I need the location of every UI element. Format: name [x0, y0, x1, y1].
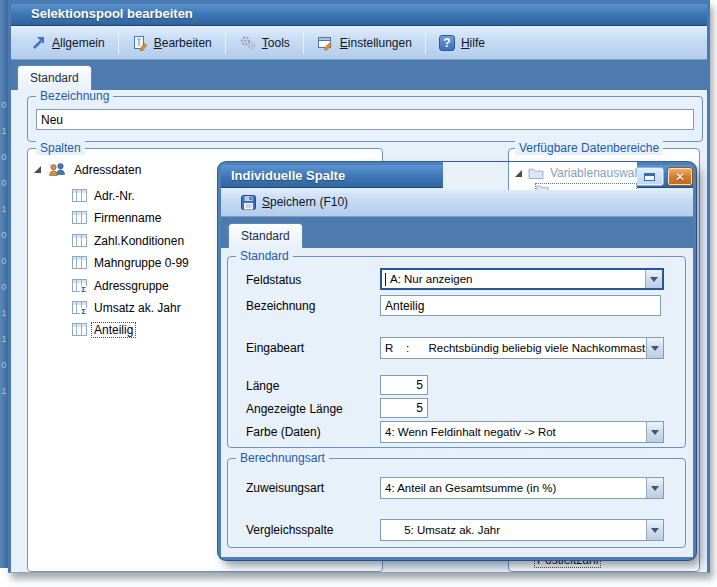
folder-icon: [536, 184, 549, 190]
column-icon: [72, 256, 87, 269]
bezeichnung-field-label: Bezeichnung: [246, 299, 315, 313]
tree-label: Variablenauswahl: [548, 166, 637, 180]
tree-item-partial-stale: [535, 183, 637, 190]
standard-fieldset-label: Standard: [236, 249, 293, 263]
help-icon: ?: [439, 35, 455, 51]
angezeigte-laenge-input[interactable]: [380, 398, 428, 418]
tools-button[interactable]: Tools: [229, 31, 300, 54]
zuweisungsart-value: 4: Anteil an Gesamtsumme (in %): [381, 482, 646, 494]
hilfe-button[interactable]: ? Hilfe: [429, 31, 495, 55]
bezeichnung-field-input[interactable]: [380, 295, 661, 316]
dialog-tab-strip: Standard: [221, 217, 693, 248]
toolbar-separator: [303, 32, 304, 54]
angezeigte-laenge-label: Angezeigte Länge: [246, 402, 343, 416]
eingabeart-value: R : Rechtsbündig beliebig viele Nachkomm…: [381, 342, 646, 354]
close-button[interactable]: ✕: [667, 167, 693, 186]
settings-page-icon: [317, 35, 334, 51]
hilfe-label: Hilfe: [461, 36, 485, 50]
tree-label: Zahl.Konditionen: [92, 234, 186, 248]
standard-fieldset: Standard Feldstatus A: Nur anzeigen Beze…: [227, 256, 686, 448]
feldstatus-value: A: Nur anzeigen: [386, 273, 645, 285]
dropdown-arrow-icon[interactable]: [646, 520, 663, 540]
farbe-daten-label: Farbe (Daten): [246, 425, 321, 439]
dropdown-arrow-icon[interactable]: [646, 478, 663, 498]
main-toolbar: Allgemein Bearbeiten Tools: [11, 26, 707, 60]
floppy-disk-icon: [241, 195, 256, 210]
main-window-title: Selektionspool bearbeiten: [31, 6, 193, 21]
toolbar-separator: [118, 32, 119, 54]
einstellungen-button[interactable]: Einstellungen: [307, 31, 422, 55]
column-icon: [72, 189, 87, 202]
spalten-group-label: Spalten: [36, 141, 85, 155]
stale-tree-repaint: Variablenauswahl: [443, 162, 637, 190]
berechnungsart-fieldset: Berechnungsart Zuweisungsart 4: Anteil a…: [227, 458, 686, 548]
farbe-daten-select[interactable]: 4: Wenn Feldinhalt negativ -> Rot: [380, 421, 664, 443]
eingabeart-select[interactable]: R : Rechtsbündig beliebig viele Nachkomm…: [380, 337, 664, 359]
restore-window-icon: [644, 173, 655, 181]
tab-standard-dialog[interactable]: Standard: [228, 223, 303, 248]
vergleichsspalte-select[interactable]: 5: Umsatz ak. Jahr: [380, 519, 664, 541]
tree-label: Firmenname: [92, 211, 163, 225]
tree-item-variablenauswahl-stale: Variablenauswahl: [515, 164, 637, 182]
speichern-button[interactable]: Speichern (F10): [231, 191, 358, 214]
farbe-daten-value: 4: Wenn Feldinhalt negativ -> Rot: [381, 426, 646, 438]
tools-label: Tools: [262, 36, 290, 50]
individuelle-spalte-dialog: Individuelle Spalte ✕ Speichern (F10) St…: [218, 162, 696, 560]
dropdown-arrow-icon[interactable]: [646, 422, 663, 442]
close-icon: ✕: [675, 171, 685, 183]
expander-icon[interactable]: [34, 166, 41, 173]
column-icon: [72, 234, 87, 247]
folder-icon: [528, 167, 544, 179]
tree-label: Adr.-Nr.: [92, 189, 137, 203]
arrow-up-right-icon: [31, 35, 46, 50]
background-window-edge: 010010001101: [0, 0, 8, 568]
dialog-content: Standard Feldstatus A: Nur anzeigen Beze…: [221, 248, 693, 557]
zuweisungsart-label: Zuweisungsart: [246, 481, 324, 495]
eingabeart-label: Eingabeart: [246, 341, 304, 355]
vergleichsspalte-value: 5: Umsatz ak. Jahr: [381, 524, 646, 536]
zuweisungsart-select[interactable]: 4: Anteil an Gesamtsumme (in %): [380, 477, 664, 499]
dropdown-arrow-icon[interactable]: [646, 338, 663, 358]
tree-label: Umsatz ak. Jahr: [92, 301, 183, 315]
bezeichnung-group-label: Bezeichnung: [36, 90, 113, 103]
tree-label: Anteilig: [92, 323, 135, 337]
expander-icon: [515, 170, 522, 177]
column-sum-icon: [72, 279, 87, 292]
column-icon: [72, 323, 87, 336]
dialog-title: Individuelle Spalte: [231, 168, 345, 183]
datenbereiche-group-label: Verfügbare Datenbereiche: [515, 141, 663, 155]
tree-label: Adressgruppe: [92, 279, 171, 293]
vergleichsspalte-label: Vergleichsspalte: [246, 523, 333, 537]
feldstatus-select[interactable]: A: Nur anzeigen: [380, 268, 664, 290]
toolbar-separator: [225, 32, 226, 54]
toolbar-separator: [425, 32, 426, 54]
tab-standard-main[interactable]: Standard: [17, 65, 92, 90]
dropdown-arrow-icon[interactable]: [645, 270, 662, 288]
gears-icon: [239, 35, 256, 50]
bezeichnung-input[interactable]: [36, 109, 694, 130]
edit-page-icon: [132, 35, 148, 51]
feldstatus-label: Feldstatus: [246, 273, 301, 287]
tree-label: Adressdaten: [72, 163, 143, 177]
restore-window-button[interactable]: [635, 167, 664, 186]
bearbeiten-button[interactable]: Bearbeiten: [122, 31, 222, 55]
people-icon: [48, 162, 67, 177]
tree-label: Mahngruppe 0-99: [92, 256, 191, 270]
bezeichnung-group: Bezeichnung: [27, 96, 703, 142]
laenge-input[interactable]: [380, 375, 428, 395]
einstellungen-label: Einstellungen: [340, 36, 412, 50]
main-titlebar[interactable]: Selektionspool bearbeiten: [11, 4, 707, 26]
laenge-label: Länge: [246, 379, 279, 393]
allgemein-label: Allgemein: [52, 36, 105, 50]
speichern-label: Speichern (F10): [262, 195, 348, 209]
bearbeiten-label: Bearbeiten: [154, 36, 212, 50]
column-sum-icon: [72, 301, 87, 314]
main-tab-strip: Standard: [11, 60, 707, 90]
allgemein-button[interactable]: Allgemein: [21, 31, 115, 54]
berechnungsart-fieldset-label: Berechnungsart: [236, 451, 329, 465]
screenshot-stage: 010010001101 Selektionspool bearbeiten A…: [0, 0, 717, 587]
dialog-toolbar: Speichern (F10): [221, 188, 693, 217]
column-icon: [72, 211, 87, 224]
